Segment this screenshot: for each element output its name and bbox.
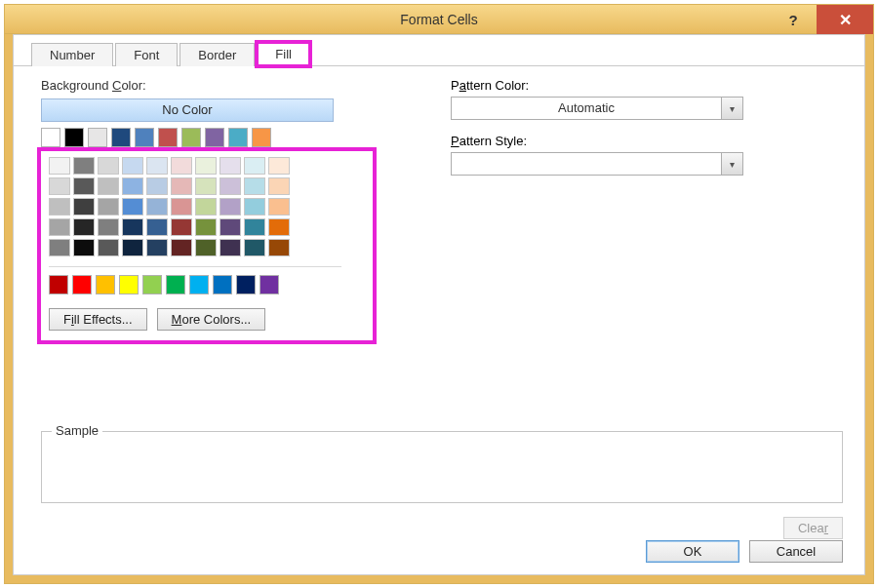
color-swatch[interactable] xyxy=(72,275,92,294)
sample-group: Sample xyxy=(41,427,843,503)
color-swatch[interactable] xyxy=(195,198,217,216)
color-swatch[interactable] xyxy=(195,157,217,175)
background-color-label: Background Color: xyxy=(41,78,392,93)
color-swatch[interactable] xyxy=(244,239,265,256)
color-swatch[interactable] xyxy=(171,198,192,216)
color-swatch[interactable] xyxy=(220,157,241,175)
background-color-section: Background Color: No Color Fill Effects.… xyxy=(41,78,392,340)
color-swatch[interactable] xyxy=(252,128,271,147)
color-swatch[interactable] xyxy=(268,239,290,256)
cancel-button[interactable]: Cancel xyxy=(749,540,843,563)
color-swatch[interactable] xyxy=(119,275,139,294)
color-swatch[interactable] xyxy=(122,239,143,256)
color-swatch[interactable] xyxy=(146,198,168,216)
pattern-section: Pattern Color: Automatic ▾ Pattern Style… xyxy=(451,78,843,340)
color-swatch[interactable] xyxy=(244,218,265,236)
no-color-button[interactable]: No Color xyxy=(41,98,334,122)
color-swatch[interactable] xyxy=(146,218,168,236)
color-swatch[interactable] xyxy=(195,239,217,256)
fill-panel: Background Color: No Color Fill Effects.… xyxy=(14,66,864,574)
color-swatch[interactable] xyxy=(244,177,265,195)
color-swatch[interactable] xyxy=(64,128,84,147)
tab-number[interactable]: Number xyxy=(31,43,113,66)
color-swatch[interactable] xyxy=(171,177,192,195)
color-swatch[interactable] xyxy=(98,177,119,195)
color-swatch[interactable] xyxy=(189,275,209,294)
color-swatch[interactable] xyxy=(244,198,265,216)
more-colors-button[interactable]: More Colors... xyxy=(157,308,266,331)
help-button[interactable]: ? xyxy=(770,5,817,34)
color-swatch[interactable] xyxy=(73,239,95,256)
color-swatch[interactable] xyxy=(158,128,178,147)
color-swatch[interactable] xyxy=(49,198,70,216)
tab-fill[interactable]: Fill xyxy=(257,42,310,66)
color-swatch[interactable] xyxy=(220,177,241,195)
color-swatch[interactable] xyxy=(171,218,192,236)
color-swatch[interactable] xyxy=(122,198,143,216)
color-swatch[interactable] xyxy=(205,128,224,147)
color-swatch[interactable] xyxy=(49,177,70,195)
color-swatch[interactable] xyxy=(213,275,232,294)
color-swatch[interactable] xyxy=(259,275,279,294)
color-swatch[interactable] xyxy=(49,157,70,175)
sample-preview: Sample xyxy=(41,431,843,503)
color-swatch[interactable] xyxy=(171,157,192,175)
color-swatch[interactable] xyxy=(49,218,70,236)
color-swatch[interactable] xyxy=(220,239,241,256)
color-swatch[interactable] xyxy=(220,218,241,236)
color-swatch[interactable] xyxy=(244,157,265,175)
pattern-color-dropdown[interactable]: Automatic ▾ xyxy=(451,97,743,120)
color-swatch[interactable] xyxy=(146,239,168,256)
color-swatch[interactable] xyxy=(73,157,95,175)
color-swatch[interactable] xyxy=(73,218,95,236)
color-swatch[interactable] xyxy=(49,239,70,256)
color-swatch[interactable] xyxy=(236,275,256,294)
color-swatch[interactable] xyxy=(122,218,143,236)
color-swatch[interactable] xyxy=(41,128,60,147)
color-swatch[interactable] xyxy=(98,218,119,236)
color-swatch[interactable] xyxy=(49,275,68,294)
ok-button[interactable]: OK xyxy=(646,540,739,563)
color-swatch[interactable] xyxy=(96,275,115,294)
clear-button: Clear xyxy=(783,517,843,539)
color-swatch[interactable] xyxy=(73,177,95,195)
color-swatch[interactable] xyxy=(228,128,248,147)
color-swatch[interactable] xyxy=(171,239,192,256)
close-button[interactable]: ✕ xyxy=(817,5,873,34)
color-swatch[interactable] xyxy=(220,198,241,216)
color-swatch[interactable] xyxy=(181,128,201,147)
color-swatch[interactable] xyxy=(268,218,290,236)
dialog-panel: Number Font Border Fill Background Color… xyxy=(13,34,865,575)
color-swatch[interactable] xyxy=(146,177,168,195)
color-swatch[interactable] xyxy=(111,128,131,147)
sample-label: Sample xyxy=(52,423,102,438)
window-body: Number Font Border Fill Background Color… xyxy=(5,34,873,583)
dialog-buttons: OK Cancel xyxy=(646,540,843,563)
color-swatch[interactable] xyxy=(195,177,217,195)
window-title: Format Cells xyxy=(5,12,873,27)
color-swatch[interactable] xyxy=(166,275,185,294)
chevron-down-icon: ▾ xyxy=(721,98,742,119)
color-swatch[interactable] xyxy=(142,275,162,294)
pattern-style-dropdown[interactable]: ▾ xyxy=(451,152,743,176)
titlebar: Format Cells ? ✕ xyxy=(5,5,873,34)
color-swatch[interactable] xyxy=(135,128,154,147)
color-swatch[interactable] xyxy=(146,157,168,175)
pattern-style-label: Pattern Style: xyxy=(451,134,843,148)
color-swatch[interactable] xyxy=(98,198,119,216)
color-swatch[interactable] xyxy=(98,239,119,256)
color-swatch[interactable] xyxy=(195,218,217,236)
standard-color-row xyxy=(49,275,365,294)
color-swatch[interactable] xyxy=(268,198,290,216)
color-swatch[interactable] xyxy=(268,177,290,195)
color-swatch[interactable] xyxy=(268,157,290,175)
color-swatch[interactable] xyxy=(73,198,95,216)
color-swatch[interactable] xyxy=(98,157,119,175)
color-swatch[interactable] xyxy=(122,157,143,175)
tab-border[interactable]: Border xyxy=(180,43,255,66)
fill-effects-button[interactable]: Fill Effects... xyxy=(49,308,147,331)
tab-font[interactable]: Font xyxy=(115,43,178,66)
color-swatch[interactable] xyxy=(88,128,107,147)
basic-swatch-row xyxy=(41,128,392,147)
color-swatch[interactable] xyxy=(122,177,143,195)
